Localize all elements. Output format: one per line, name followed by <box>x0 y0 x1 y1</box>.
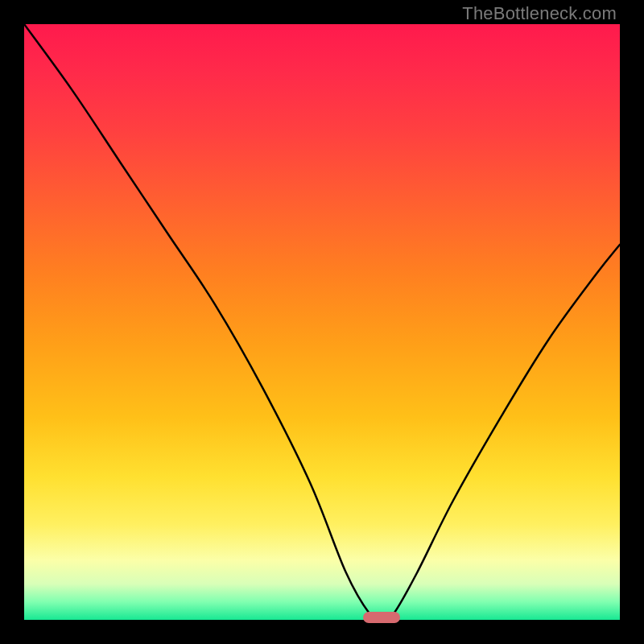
optimal-range-marker <box>363 612 400 623</box>
plot-area <box>24 24 620 620</box>
chart-frame: TheBottleneck.com <box>0 0 644 644</box>
bottleneck-curve <box>24 24 620 620</box>
watermark-text: TheBottleneck.com <box>462 3 617 24</box>
curve-svg <box>24 24 620 620</box>
